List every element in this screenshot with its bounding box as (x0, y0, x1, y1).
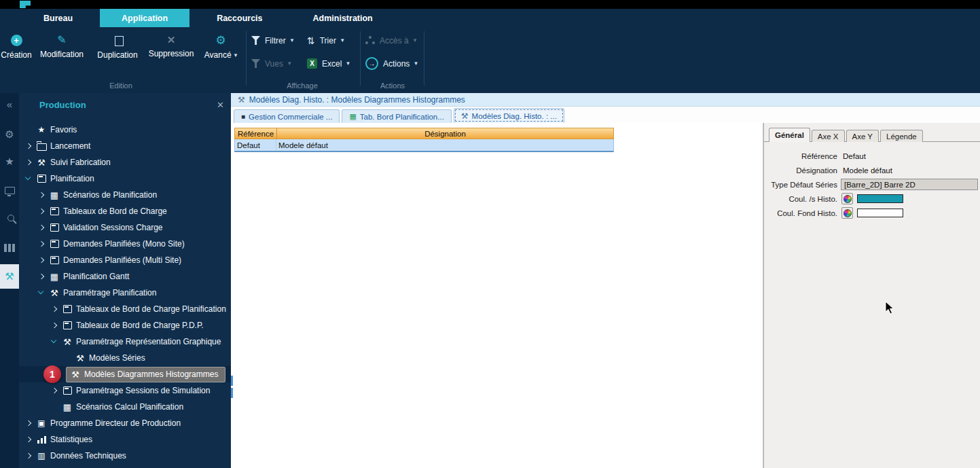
chevron-right-icon[interactable] (24, 435, 33, 444)
grid-icon (62, 402, 73, 412)
actions-button[interactable]: → Actions ▾ (365, 56, 418, 71)
tree-item-statistiques[interactable]: Statistiques (19, 431, 231, 448)
create-button[interactable]: + Création (0, 29, 33, 79)
sort-button[interactable]: ⇅ Trier ▾ (307, 33, 350, 48)
field-value[interactable]: Modele défaut (843, 166, 892, 175)
tree-item-demandes-mono[interactable]: Demandes Planifiées (Mono Site) (19, 236, 231, 252)
settings-gear-icon[interactable]: ⚙ (0, 125, 19, 144)
close-icon[interactable]: ✕ (217, 101, 224, 109)
desktop-monitor-icon[interactable] (0, 181, 19, 200)
tree-item-parametrage-planification[interactable]: Paramétrage Planification (19, 285, 231, 301)
calendar-icon (50, 240, 59, 248)
tree-item-modeles-series[interactable]: Modèles Séries (19, 350, 231, 366)
chevron-down-icon[interactable] (37, 289, 46, 297)
color-swatch-teal[interactable] (857, 194, 903, 203)
menu-bureau[interactable]: Bureau (29, 9, 88, 27)
field-couleur-fond-histo: Coul. Fond Histo. (764, 206, 980, 220)
tree-item-lancement[interactable]: Lancement (19, 138, 231, 154)
tree-label: Paramétrage Planification (63, 288, 156, 298)
wrench-icon: ⚒ (461, 112, 469, 120)
chevron-down-icon: ▾ (291, 37, 294, 43)
sort-label: Trier (320, 36, 336, 46)
delete-button[interactable]: ✕ Suppression (144, 29, 198, 79)
tree-item-parametrage-sessions-simulation[interactable]: Paramétrage Sessions de Simulation (19, 382, 231, 399)
toolbar-separator (360, 31, 361, 86)
tree-item-favoris[interactable]: Favoris (19, 122, 231, 138)
main-area: ⚒ Modèles Diag. Histo. : Modèles Diagram… (231, 93, 980, 468)
tree-item-parametrage-representation[interactable]: Paramétrage Représentation Graphique (19, 334, 231, 350)
tree-item-tableaux-bord-charge[interactable]: Tableaux de Bord de Charge (19, 203, 231, 219)
chevron-right-icon[interactable] (50, 386, 58, 395)
tree-item-demandes-multi[interactable]: Demandes Planifiées (Multi Site) (19, 252, 231, 268)
sidebar-title: Production (39, 100, 217, 110)
tab-bord-planification[interactable]: ▦ Tab. Bord Planification... (342, 109, 451, 123)
tab-modeles-diag-histo[interactable]: ⚒ Modèles Diag. Histo. : ... (454, 108, 564, 123)
field-value[interactable]: Defaut (843, 152, 866, 160)
tree-item-scenarios-planification[interactable]: Scénarios de Planification (19, 187, 231, 203)
tree-item-modeles-diagrammes-histogrammes[interactable]: 1 Modèles Diagrammes Histogrammes (19, 366, 231, 382)
tab-gestion-commerciale[interactable]: ■ Gestion Commerciale ... (234, 109, 340, 123)
tab-legende[interactable]: Légende (880, 130, 923, 142)
group-label-affichage: Affichage (249, 82, 356, 90)
color-picker-button[interactable] (841, 207, 853, 219)
tab-axe-x[interactable]: Axe X (812, 130, 845, 142)
chevron-down-icon[interactable] (50, 338, 58, 346)
favorites-star-icon[interactable]: ★ (0, 152, 19, 171)
chevron-right-icon[interactable] (24, 142, 33, 150)
advanced-button[interactable]: ⚙ Avancé▾ (198, 29, 243, 79)
chevron-right-icon[interactable] (37, 272, 46, 281)
chevron-right-icon[interactable] (37, 191, 46, 199)
chevron-down-icon[interactable] (24, 175, 33, 183)
title-strip (0, 0, 980, 9)
magnifier-icon (7, 215, 14, 221)
menu-application[interactable]: Application (100, 9, 189, 27)
splitter-grip[interactable] (231, 376, 233, 386)
tree-label: Modèles Séries (89, 353, 145, 363)
chevron-right-icon[interactable] (24, 158, 33, 166)
tree-item-tbc-pdp[interactable]: Tableaux de Bord de Charge P.D.P. (19, 317, 231, 334)
chevron-right-icon[interactable] (37, 256, 46, 264)
tab-axe-y[interactable]: Axe Y (846, 130, 879, 142)
tree-item-donnees-techniques[interactable]: Données Techniques (19, 448, 231, 464)
menu-administration[interactable]: Administration (298, 9, 388, 27)
network-icon (365, 36, 375, 46)
tree-item-planification[interactable]: Planification (19, 170, 231, 187)
tree-label: Planification Gantt (63, 272, 129, 281)
menu-raccourcis[interactable]: Raccourcis (202, 9, 277, 27)
tree-item-scenarios-calcul[interactable]: Scénarios Calcul Planification (19, 399, 231, 415)
affichage-col-1: Filtrer ▾ Vues ▾ (251, 33, 293, 71)
collapse-sidebar-icon[interactable]: « (0, 94, 19, 113)
tab-general[interactable]: Général (769, 128, 810, 142)
filter-button[interactable]: Filtrer ▾ (251, 33, 293, 48)
columns-view-icon[interactable] (0, 238, 19, 257)
excel-button[interactable]: X Excel ▾ (307, 56, 350, 71)
access-button[interactable]: Accès à ▾ (365, 33, 418, 48)
modify-button[interactable]: ✎ Modification (33, 29, 91, 79)
chevron-right-icon[interactable] (37, 207, 46, 215)
actions-col: Accès à ▾ → Actions ▾ (365, 33, 418, 71)
chevron-right-icon[interactable] (50, 305, 58, 313)
chevron-right-icon[interactable] (24, 452, 33, 460)
tree-item-programme-directeur[interactable]: Programme Directeur de Production (19, 415, 231, 431)
chevron-right-icon[interactable] (37, 240, 46, 248)
views-button[interactable]: Vues ▾ (251, 56, 293, 71)
color-swatch-white[interactable] (857, 209, 903, 217)
search-icon[interactable] (0, 209, 19, 228)
chevron-right-icon[interactable] (50, 321, 58, 329)
tree-item-suivi-fabrication[interactable]: Suivi Fabrication (19, 154, 231, 170)
production-module-icon[interactable]: ⚒ (0, 264, 19, 289)
duplicate-button[interactable]: Duplication (91, 29, 144, 79)
chevron-right-icon[interactable] (37, 223, 46, 232)
field-couleur-histo: Coul. /s Histo. (764, 192, 980, 206)
tree-item-tbc-planification[interactable]: Tableaux de Bord de Charge Planification (19, 301, 231, 317)
tree-label: Paramétrage Sessions de Simulation (76, 386, 210, 395)
tree-item-validation-sessions[interactable]: Validation Sessions Charge (19, 219, 231, 236)
selected-tree-pill[interactable]: Modèles Diagrammes Histogrammes (66, 367, 225, 382)
color-picker-button[interactable] (841, 193, 853, 204)
column-header-designation[interactable]: Désignation (277, 128, 613, 139)
column-header-reference[interactable]: Référence (235, 128, 277, 139)
chevron-right-icon[interactable] (24, 419, 33, 427)
tree-item-planification-gantt[interactable]: Planification Gantt (19, 268, 231, 285)
table-row[interactable]: Defaut Modele défaut (234, 139, 614, 152)
readonly-field[interactable]: [Barre_2D] Barre 2D (841, 179, 978, 190)
